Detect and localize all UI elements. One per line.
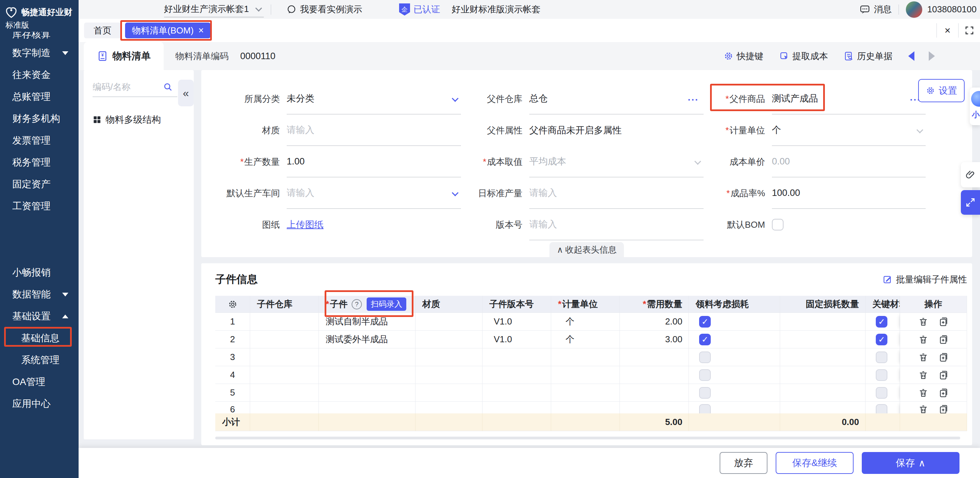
tab-bom-active[interactable]: 物料清单(BOM) × — [125, 22, 210, 38]
field-control-parent-warehouse[interactable]: 总仓... — [529, 83, 703, 115]
field-control-cost-price[interactable]: 0.00 — [772, 146, 926, 177]
help-icon[interactable]: ? — [352, 299, 362, 309]
cell-unit[interactable] — [551, 402, 620, 413]
sidebar-item-库存核算[interactable]: 库存核算 — [0, 32, 79, 42]
key-material-checkbox[interactable]: ✓ — [876, 387, 888, 399]
cell-sub-warehouse[interactable] — [250, 384, 319, 402]
copy-row-icon[interactable] — [939, 317, 949, 327]
cell-sub-warehouse[interactable] — [250, 402, 319, 413]
sidebar-item-总账管理[interactable]: 总账管理 — [0, 86, 79, 108]
cell-unit[interactable] — [551, 348, 620, 366]
key-material-checkbox[interactable]: ✓ — [876, 316, 888, 328]
sidebar-item-小畅报销[interactable]: 小畅报销 — [0, 261, 79, 284]
sidebar-item-应用中心[interactable]: 应用中心 — [0, 393, 79, 415]
collapse-panel-button[interactable]: « — [178, 80, 194, 106]
shortcut-keys-button[interactable]: 快捷键 — [723, 50, 764, 62]
search-icon[interactable] — [163, 82, 173, 92]
expand-tool-button[interactable] — [961, 190, 980, 215]
ellipsis-picker-icon[interactable]: ... — [688, 92, 699, 103]
key-material-checkbox[interactable]: ✓ — [876, 369, 888, 381]
tab-home[interactable]: 首页 — [84, 22, 121, 38]
discard-button[interactable]: 放弃 — [720, 452, 767, 474]
cell-fixed-loss[interactable] — [780, 402, 865, 413]
cell-component[interactable] — [319, 366, 415, 384]
field-control-parent-attr[interactable]: 父件商品未开启多属性 — [529, 115, 703, 146]
settings-button[interactable]: 设置 — [918, 79, 965, 102]
cell-material[interactable] — [415, 331, 482, 348]
field-control-material[interactable]: 请输入 — [287, 115, 461, 146]
field-control-category[interactable]: 未分类 — [287, 83, 461, 115]
cell-unit[interactable] — [551, 384, 620, 402]
field-control-workshop[interactable]: 请输入 — [287, 177, 461, 209]
loss-consider-checkbox[interactable]: ✓ — [699, 352, 711, 363]
cell-sub-warehouse[interactable] — [250, 331, 319, 348]
cell-material[interactable] — [415, 366, 482, 384]
copy-row-icon[interactable] — [939, 370, 949, 380]
field-control-prod-qty[interactable]: 1.00 — [287, 146, 461, 177]
chevron-down-icon[interactable] — [452, 190, 458, 196]
chevron-down-icon[interactable] — [452, 95, 458, 102]
cell-component[interactable]: 测试自制半成品 — [319, 313, 415, 331]
fullscreen-icon[interactable] — [959, 25, 980, 35]
sidebar-item-往来资金[interactable]: 往来资金 — [0, 64, 79, 86]
field-control-drawing[interactable]: 上传图纸 — [287, 209, 461, 241]
cell-required-qty[interactable]: 3.00 — [620, 331, 689, 348]
loss-consider-checkbox[interactable]: ✓ — [699, 404, 711, 413]
cell-fixed-loss[interactable] — [780, 366, 865, 384]
field-control-default-bom[interactable] — [772, 209, 926, 241]
cell-component[interactable] — [319, 384, 415, 402]
field-control-yield-rate[interactable]: 100.00 — [772, 177, 926, 209]
cell-unit[interactable]: 个 — [551, 331, 620, 348]
sidebar-item-数字制造[interactable]: 数字制造 — [0, 42, 79, 64]
cell-required-qty[interactable] — [620, 384, 689, 402]
cell-version[interactable]: V1.0 — [482, 331, 551, 348]
close-page-icon[interactable]: × — [937, 25, 958, 36]
chevron-down-icon[interactable] — [916, 126, 923, 133]
cell-component[interactable] — [319, 348, 415, 366]
assistant-widget[interactable]: 小 — [970, 88, 980, 125]
copy-row-icon[interactable] — [939, 335, 949, 345]
user-avatar[interactable] — [906, 2, 922, 18]
cell-component[interactable] — [319, 402, 415, 413]
scan-entry-button[interactable]: 扫码录入 — [367, 298, 406, 311]
delete-row-icon[interactable] — [918, 404, 928, 413]
field-control-daily-output[interactable]: 请输入 — [529, 177, 703, 209]
demo-link[interactable]: 我要看实例演示 — [286, 3, 362, 15]
cell-sub-warehouse[interactable] — [250, 348, 319, 366]
cell-material[interactable] — [415, 384, 482, 402]
delete-row-icon[interactable] — [918, 317, 928, 327]
cell-fixed-loss[interactable] — [780, 348, 865, 366]
copy-row-icon[interactable] — [939, 352, 949, 362]
cell-required-qty[interactable] — [620, 348, 689, 366]
sidebar-item-OA管理[interactable]: OA管理 — [0, 371, 79, 393]
sidebar-item-工资管理[interactable]: 工资管理 — [0, 195, 79, 217]
field-control-unit[interactable]: 个 — [772, 115, 926, 146]
messages-button[interactable]: 消息 — [859, 3, 891, 15]
cell-sub-warehouse[interactable] — [250, 313, 319, 331]
cell-material[interactable] — [415, 348, 482, 366]
key-material-checkbox[interactable]: ✓ — [876, 352, 888, 363]
sidebar-item-发票管理[interactable]: 发票管理 — [0, 130, 79, 151]
save-button[interactable]: 保存 ∧ — [862, 452, 959, 474]
sidebar-item-基础信息[interactable]: 基础信息 — [0, 327, 79, 349]
sidebar-item-固定资产[interactable]: 固定资产 — [0, 174, 79, 195]
delete-row-icon[interactable] — [918, 388, 928, 398]
cell-version[interactable] — [482, 366, 551, 384]
loss-consider-checkbox[interactable]: ✓ — [699, 369, 711, 381]
field-control-cost-method[interactable]: 平均成本 — [529, 146, 703, 177]
next-record-arrow[interactable] — [929, 51, 935, 61]
search-input[interactable] — [92, 82, 163, 92]
upload-drawing-link[interactable]: 上传图纸 — [287, 218, 324, 231]
cell-fixed-loss[interactable] — [780, 384, 865, 402]
copy-row-icon[interactable] — [939, 388, 949, 398]
cell-component[interactable]: 测试委外半成品 — [319, 331, 415, 348]
extract-cost-button[interactable]: 提取成本 — [779, 50, 828, 62]
cell-required-qty[interactable]: 2.00 — [620, 313, 689, 331]
cell-sub-warehouse[interactable] — [250, 366, 319, 384]
cell-fixed-loss[interactable] — [780, 313, 865, 331]
horizontal-scrollbar[interactable] — [215, 437, 960, 439]
tree-item-multilevel[interactable]: 物料多级结构 — [92, 113, 186, 126]
cell-version[interactable] — [482, 348, 551, 366]
sidebar-item-税务管理[interactable]: 税务管理 — [0, 151, 79, 174]
loss-consider-checkbox[interactable]: ✓ — [699, 316, 711, 328]
